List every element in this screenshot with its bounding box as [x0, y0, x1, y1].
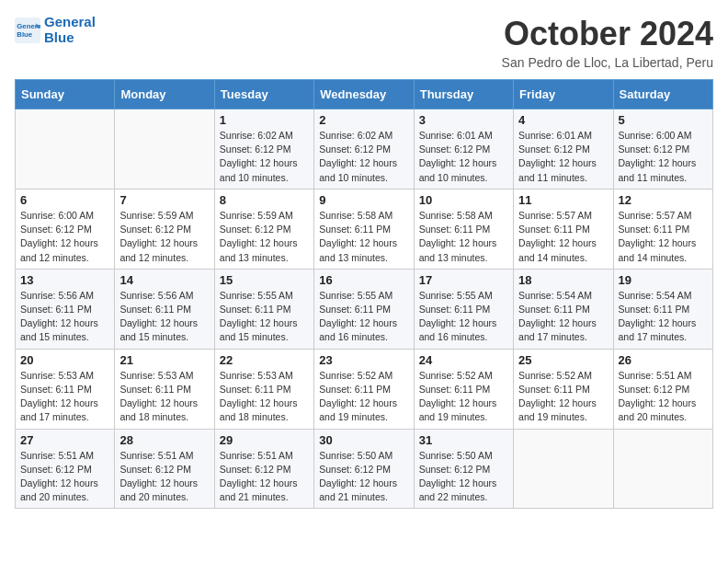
- calendar-week-row: 6Sunrise: 6:00 AM Sunset: 6:12 PM Daylig…: [16, 189, 713, 269]
- day-info: Sunrise: 5:51 AM Sunset: 6:12 PM Dayligh…: [20, 449, 109, 505]
- day-number: 21: [119, 353, 209, 367]
- calendar-week-row: 1Sunrise: 6:02 AM Sunset: 6:12 PM Daylig…: [16, 109, 713, 190]
- day-number: 30: [319, 433, 408, 447]
- logo-line1: General: [44, 15, 96, 30]
- day-number: 14: [119, 273, 209, 287]
- day-number: 1: [220, 113, 309, 127]
- page-header: General Blue General Blue October 2024 S…: [15, 15, 713, 70]
- calendar-cell: 3Sunrise: 6:01 AM Sunset: 6:12 PM Daylig…: [414, 109, 513, 190]
- calendar-cell: 7Sunrise: 5:59 AM Sunset: 6:12 PM Daylig…: [115, 189, 214, 269]
- weekday-header-thursday: Thursday: [414, 80, 513, 109]
- calendar-cell: 12Sunrise: 5:57 AM Sunset: 6:11 PM Dayli…: [613, 189, 712, 269]
- day-info: Sunrise: 5:55 AM Sunset: 6:11 PM Dayligh…: [319, 289, 408, 345]
- weekday-header-monday: Monday: [115, 80, 214, 109]
- calendar-cell: 14Sunrise: 5:56 AM Sunset: 6:11 PM Dayli…: [115, 269, 214, 349]
- calendar-cell: 16Sunrise: 5:55 AM Sunset: 6:11 PM Dayli…: [314, 269, 414, 349]
- calendar-cell: 27Sunrise: 5:51 AM Sunset: 6:12 PM Dayli…: [16, 429, 115, 509]
- month-title: October 2024: [502, 15, 713, 53]
- day-number: 23: [319, 353, 408, 367]
- calendar-header-row: SundayMondayTuesdayWednesdayThursdayFrid…: [16, 80, 713, 109]
- day-info: Sunrise: 5:51 AM Sunset: 6:12 PM Dayligh…: [119, 449, 209, 505]
- day-info: Sunrise: 5:57 AM Sunset: 6:11 PM Dayligh…: [619, 209, 708, 265]
- weekday-header-sunday: Sunday: [16, 80, 115, 109]
- day-info: Sunrise: 5:59 AM Sunset: 6:12 PM Dayligh…: [119, 209, 209, 265]
- day-number: 13: [20, 273, 109, 287]
- day-info: Sunrise: 5:52 AM Sunset: 6:11 PM Dayligh…: [319, 369, 408, 425]
- calendar-cell: [514, 429, 613, 509]
- day-info: Sunrise: 5:58 AM Sunset: 6:11 PM Dayligh…: [419, 209, 508, 265]
- calendar-cell: 15Sunrise: 5:55 AM Sunset: 6:11 PM Dayli…: [214, 269, 313, 349]
- calendar-cell: 31Sunrise: 5:50 AM Sunset: 6:12 PM Dayli…: [414, 429, 513, 509]
- weekday-header-saturday: Saturday: [613, 80, 712, 109]
- calendar-cell: [613, 429, 712, 509]
- calendar-cell: 9Sunrise: 5:58 AM Sunset: 6:11 PM Daylig…: [314, 189, 414, 269]
- day-number: 6: [20, 193, 109, 207]
- calendar-cell: 28Sunrise: 5:51 AM Sunset: 6:12 PM Dayli…: [115, 429, 214, 509]
- day-info: Sunrise: 5:55 AM Sunset: 6:11 PM Dayligh…: [220, 289, 309, 345]
- day-info: Sunrise: 5:56 AM Sunset: 6:11 PM Dayligh…: [20, 289, 109, 345]
- day-number: 2: [319, 113, 408, 127]
- calendar-cell: 25Sunrise: 5:52 AM Sunset: 6:11 PM Dayli…: [514, 349, 613, 429]
- calendar-cell: 11Sunrise: 5:57 AM Sunset: 6:11 PM Dayli…: [514, 189, 613, 269]
- day-number: 29: [220, 433, 309, 447]
- day-info: Sunrise: 5:54 AM Sunset: 6:11 PM Dayligh…: [518, 289, 608, 345]
- day-info: Sunrise: 5:52 AM Sunset: 6:11 PM Dayligh…: [518, 369, 608, 425]
- day-info: Sunrise: 5:53 AM Sunset: 6:11 PM Dayligh…: [220, 369, 309, 425]
- calendar-cell: 1Sunrise: 6:02 AM Sunset: 6:12 PM Daylig…: [214, 109, 313, 190]
- calendar-cell: 6Sunrise: 6:00 AM Sunset: 6:12 PM Daylig…: [16, 189, 115, 269]
- day-number: 16: [319, 273, 408, 287]
- calendar-cell: 22Sunrise: 5:53 AM Sunset: 6:11 PM Dayli…: [214, 349, 313, 429]
- day-number: 4: [518, 113, 608, 127]
- day-number: 17: [419, 273, 508, 287]
- calendar-cell: 10Sunrise: 5:58 AM Sunset: 6:11 PM Dayli…: [414, 189, 513, 269]
- day-info: Sunrise: 5:53 AM Sunset: 6:11 PM Dayligh…: [20, 369, 109, 425]
- logo: General Blue General Blue: [15, 15, 96, 45]
- calendar-cell: 19Sunrise: 5:54 AM Sunset: 6:11 PM Dayli…: [613, 269, 712, 349]
- day-info: Sunrise: 5:52 AM Sunset: 6:11 PM Dayligh…: [419, 369, 508, 425]
- day-number: 24: [419, 353, 508, 367]
- day-number: 31: [419, 433, 508, 447]
- calendar-cell: 17Sunrise: 5:55 AM Sunset: 6:11 PM Dayli…: [414, 269, 513, 349]
- day-number: 18: [518, 273, 608, 287]
- location-subtitle: San Pedro de Lloc, La Libertad, Peru: [502, 55, 713, 70]
- day-number: 11: [518, 193, 608, 207]
- day-number: 7: [119, 193, 209, 207]
- calendar-cell: 13Sunrise: 5:56 AM Sunset: 6:11 PM Dayli…: [16, 269, 115, 349]
- calendar-cell: 18Sunrise: 5:54 AM Sunset: 6:11 PM Dayli…: [514, 269, 613, 349]
- day-info: Sunrise: 5:58 AM Sunset: 6:11 PM Dayligh…: [319, 209, 408, 265]
- calendar-cell: 4Sunrise: 6:01 AM Sunset: 6:12 PM Daylig…: [514, 109, 613, 190]
- day-info: Sunrise: 6:00 AM Sunset: 6:12 PM Dayligh…: [619, 129, 708, 185]
- day-number: 10: [419, 193, 508, 207]
- title-block: October 2024 San Pedro de Lloc, La Liber…: [502, 15, 713, 70]
- calendar-week-row: 13Sunrise: 5:56 AM Sunset: 6:11 PM Dayli…: [16, 269, 713, 349]
- calendar-cell: 5Sunrise: 6:00 AM Sunset: 6:12 PM Daylig…: [613, 109, 712, 190]
- day-info: Sunrise: 5:50 AM Sunset: 6:12 PM Dayligh…: [319, 449, 408, 505]
- day-info: Sunrise: 6:02 AM Sunset: 6:12 PM Dayligh…: [319, 129, 408, 185]
- calendar-cell: 2Sunrise: 6:02 AM Sunset: 6:12 PM Daylig…: [314, 109, 414, 190]
- day-number: 9: [319, 193, 408, 207]
- calendar-cell: [16, 109, 115, 190]
- day-info: Sunrise: 6:01 AM Sunset: 6:12 PM Dayligh…: [518, 129, 608, 185]
- day-number: 5: [619, 113, 708, 127]
- calendar-cell: 30Sunrise: 5:50 AM Sunset: 6:12 PM Dayli…: [314, 429, 414, 509]
- day-info: Sunrise: 6:01 AM Sunset: 6:12 PM Dayligh…: [419, 129, 508, 185]
- calendar-week-row: 27Sunrise: 5:51 AM Sunset: 6:12 PM Dayli…: [16, 429, 713, 509]
- day-number: 12: [619, 193, 708, 207]
- day-info: Sunrise: 6:00 AM Sunset: 6:12 PM Dayligh…: [20, 209, 109, 265]
- day-number: 19: [619, 273, 708, 287]
- day-info: Sunrise: 5:54 AM Sunset: 6:11 PM Dayligh…: [619, 289, 708, 345]
- calendar-cell: 21Sunrise: 5:53 AM Sunset: 6:11 PM Dayli…: [115, 349, 214, 429]
- day-info: Sunrise: 5:55 AM Sunset: 6:11 PM Dayligh…: [419, 289, 508, 345]
- weekday-header-friday: Friday: [514, 80, 613, 109]
- day-number: 15: [220, 273, 309, 287]
- day-number: 3: [419, 113, 508, 127]
- day-number: 20: [20, 353, 109, 367]
- svg-text:Blue: Blue: [17, 30, 33, 39]
- logo-icon: General Blue: [15, 17, 40, 43]
- weekday-header-tuesday: Tuesday: [214, 80, 313, 109]
- day-info: Sunrise: 5:50 AM Sunset: 6:12 PM Dayligh…: [419, 449, 508, 505]
- calendar-week-row: 20Sunrise: 5:53 AM Sunset: 6:11 PM Dayli…: [16, 349, 713, 429]
- day-number: 8: [220, 193, 309, 207]
- day-number: 25: [518, 353, 608, 367]
- logo-line2: Blue: [44, 30, 96, 46]
